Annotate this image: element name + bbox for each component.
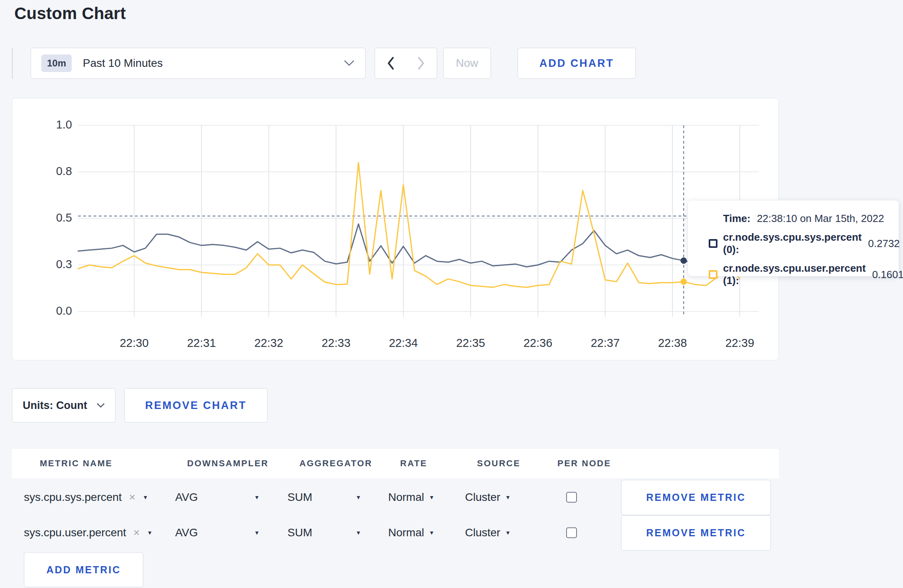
tooltip-series-user-value: 0.1601 [872,269,903,281]
page-title: Custom Chart [14,4,126,23]
add-metric-button[interactable]: ADD METRIC [24,552,143,587]
tooltip-series-user-label: cr.node.sys.cpu.user.percent (1): [723,262,866,287]
metrics-table-header: METRIC NAMEDOWNSAMPLERAGGREGATORRATESOUR… [12,449,779,478]
metric-row: sys.cpu.user.percent × ▼ AVG ▼ SUM ▼ Nor… [0,515,903,550]
tooltip-series-sys-value: 0.2732 [868,238,900,250]
column-header: AGGREGATOR [299,458,372,469]
svg-text:22:35: 22:35 [456,337,485,349]
column-header: RATE [400,458,427,469]
svg-text:0.8: 0.8 [56,165,72,177]
add-chart-button[interactable]: ADD CHART [518,48,636,79]
downsampler-dropdown[interactable]: AVG ▼ [175,491,260,504]
time-range-dropdown[interactable]: 10m Past 10 Minutes [31,48,366,79]
chevron-right-icon [417,56,426,70]
units-label: Units: Count [23,399,87,412]
series-swatch-user-icon [709,270,717,279]
remove-chart-button[interactable]: REMOVE CHART [124,388,268,423]
svg-text:22:38: 22:38 [658,337,687,349]
rate-dropdown[interactable]: Normal ▼ [388,526,434,539]
time-range-label: Past 10 Minutes [83,57,163,70]
aggregator-dropdown[interactable]: SUM ▼ [287,491,361,504]
clear-metric-icon[interactable]: × [133,526,140,539]
caret-down-icon: ▼ [356,494,361,500]
svg-text:0.3: 0.3 [56,258,72,271]
clear-metric-icon[interactable]: × [129,491,135,504]
caret-down-icon: ▼ [254,530,260,536]
caret-down-icon: ▼ [356,530,361,536]
remove-metric-button[interactable]: REMOVE METRIC [621,515,771,551]
time-back-button[interactable] [375,48,406,79]
svg-text:22:32: 22:32 [254,337,283,349]
tooltip-series-sys-label: cr.node.sys.cpu.sys.percent (0): [723,231,862,256]
column-header: SOURCE [477,458,520,469]
column-header: PER NODE [557,458,611,469]
source-dropdown[interactable]: Cluster ▼ [465,526,511,539]
units-dropdown[interactable]: Units: Count [12,388,115,423]
svg-text:22:39: 22:39 [725,337,754,349]
caret-down-icon: ▼ [505,530,511,536]
per-node-checkbox[interactable] [566,528,577,538]
chevron-down-icon [344,60,355,67]
caret-down-icon[interactable]: ▼ [147,530,152,536]
time-range-badge: 10m [41,55,72,72]
per-node-checkbox[interactable] [566,492,577,503]
chevron-down-icon [97,403,105,408]
chart-card: 0.00.30.50.81.022:3022:3122:3222:3322:34… [12,98,779,360]
downsampler-dropdown[interactable]: AVG ▼ [175,526,260,539]
svg-text:22:30: 22:30 [120,337,149,349]
metric-name: sys.cpu.sys.percent [24,491,122,504]
caret-down-icon: ▼ [505,494,511,500]
caret-down-icon: ▼ [429,530,434,536]
svg-text:0.5: 0.5 [56,211,72,224]
chart-hover-tooltip: Time: 22:38:10 on Mar 15th, 2022 cr.node… [688,200,899,276]
svg-text:22:36: 22:36 [524,337,553,349]
metric-name: sys.cpu.user.percent [24,526,126,539]
source-dropdown[interactable]: Cluster ▼ [465,491,511,504]
column-header: METRIC NAME [40,458,113,469]
now-button[interactable]: Now [443,48,491,79]
time-forward-button[interactable] [406,48,437,79]
svg-text:22:37: 22:37 [591,337,620,349]
remove-metric-button[interactable]: REMOVE METRIC [621,480,771,515]
svg-text:22:31: 22:31 [187,337,216,349]
tooltip-time-label: Time: [723,212,751,225]
caret-down-icon: ▼ [429,494,434,500]
column-header: DOWNSAMPLER [187,458,269,469]
chevron-left-icon [386,56,395,70]
series-swatch-sys-icon [709,239,717,248]
timeseries-chart[interactable]: 0.00.30.50.81.022:3022:3122:3222:3322:34… [12,98,778,360]
svg-text:1.0: 1.0 [56,118,72,131]
svg-text:22:33: 22:33 [322,337,351,349]
tooltip-time-value: 22:38:10 on Mar 15th, 2022 [757,212,884,225]
toolbar-divider [12,48,13,79]
caret-down-icon: ▼ [254,494,260,500]
caret-down-icon[interactable]: ▼ [143,494,148,500]
svg-text:0.0: 0.0 [56,304,72,317]
rate-dropdown[interactable]: Normal ▼ [388,491,434,504]
aggregator-dropdown[interactable]: SUM ▼ [287,526,361,539]
svg-text:22:34: 22:34 [389,337,418,349]
metric-row: sys.cpu.sys.percent × ▼ AVG ▼ SUM ▼ Norm… [0,480,903,515]
